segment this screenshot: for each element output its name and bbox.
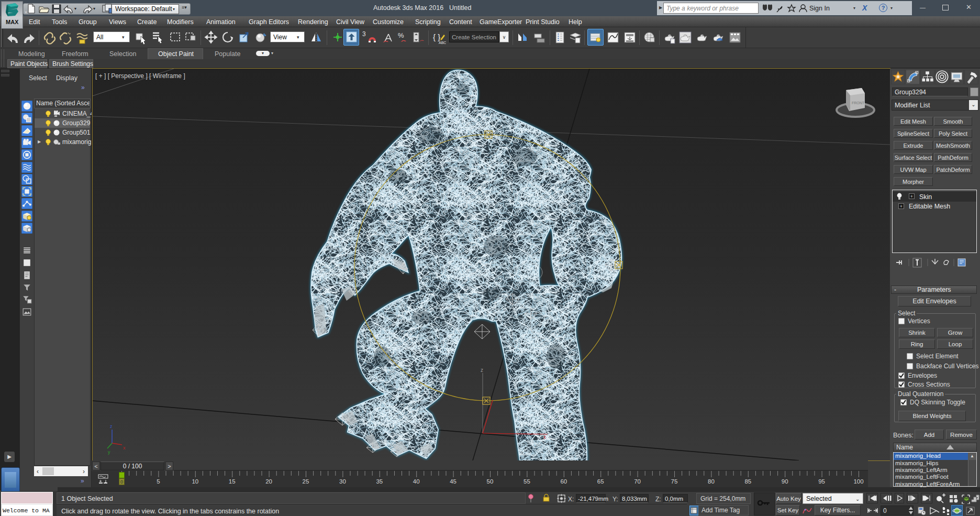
svg-text:75: 75 xyxy=(671,478,678,485)
svg-text:80: 80 xyxy=(708,478,715,485)
svg-text:55: 55 xyxy=(524,478,530,485)
svg-text:30: 30 xyxy=(339,478,346,485)
svg-text:40: 40 xyxy=(413,478,420,485)
svg-text:20: 20 xyxy=(265,478,272,485)
svg-text:25: 25 xyxy=(303,478,309,485)
svg-text:60: 60 xyxy=(560,478,567,485)
svg-text:x: x xyxy=(123,445,126,451)
svg-text:85: 85 xyxy=(744,478,751,485)
svg-text:FRONT: FRONT xyxy=(852,101,865,105)
svg-text:y: y xyxy=(108,449,110,455)
svg-text:{ }: { } xyxy=(433,32,440,41)
svg-text:ABC: ABC xyxy=(439,41,446,45)
svg-text:x: x xyxy=(543,434,546,440)
svg-text:35: 35 xyxy=(376,478,383,485)
svg-text:50: 50 xyxy=(487,478,494,485)
svg-text:100: 100 xyxy=(853,478,863,485)
svg-text:z: z xyxy=(481,367,483,373)
svg-text:[ + ] [ Perspective ] [ Wirefr: [ + ] [ Perspective ] [ Wireframe ] xyxy=(95,72,185,80)
svg-text:15: 15 xyxy=(229,478,236,485)
svg-text:90: 90 xyxy=(782,478,788,485)
svg-text:95: 95 xyxy=(818,478,825,485)
svg-text:10: 10 xyxy=(192,478,198,485)
svg-text:5: 5 xyxy=(157,478,160,485)
svg-text:65: 65 xyxy=(597,478,604,485)
svg-text:z: z xyxy=(110,424,113,429)
svg-text:%: % xyxy=(398,31,404,39)
svg-text:70: 70 xyxy=(634,478,641,485)
svg-text:45: 45 xyxy=(450,478,456,485)
